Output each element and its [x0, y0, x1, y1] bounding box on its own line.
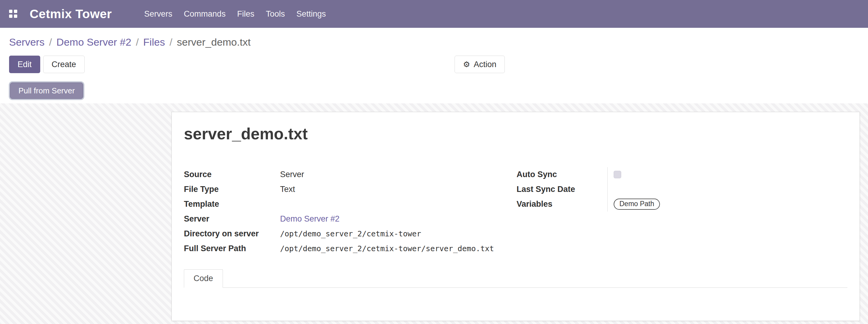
field-row-full-server-path: Full Server Path /opt/demo_server_2/cetm…: [184, 241, 517, 256]
field-value: /opt/demo_server_2/cetmix-tower: [280, 229, 517, 238]
breadcrumb-separator: /: [49, 36, 52, 48]
breadcrumb: Servers / Demo Server #2 / Files / serve…: [9, 36, 868, 48]
nav-item-tools[interactable]: Tools: [260, 0, 291, 28]
field-value: /opt/demo_server_2/cetmix-tower/server_d…: [280, 244, 517, 253]
field-row-last-sync-date: Last Sync Date: [517, 182, 847, 197]
top-navbar: Cetmix Tower Servers Commands Files Tool…: [0, 0, 868, 28]
breadcrumb-separator: /: [136, 36, 138, 48]
notebook-tabs: Code: [184, 269, 847, 288]
field-value: Demo Path: [607, 197, 847, 212]
pull-button-row: Pull from Server: [9, 82, 868, 100]
field-row-template: Template: [184, 197, 517, 212]
field-value: Demo Server #2: [280, 214, 517, 224]
field-row-auto-sync: Auto Sync: [517, 167, 847, 182]
field-row-server: Server Demo Server #2: [184, 212, 517, 226]
pull-from-server-button[interactable]: Pull from Server: [10, 83, 83, 99]
action-button-label: Action: [474, 60, 496, 69]
field-row-directory: Directory on server /opt/demo_server_2/c…: [184, 226, 517, 241]
brand-title: Cetmix Tower: [30, 7, 112, 21]
nav-item-commands[interactable]: Commands: [178, 0, 231, 28]
field-label: Full Server Path: [184, 244, 280, 253]
nav-item-files[interactable]: Files: [231, 0, 260, 28]
field-label: Template: [184, 199, 280, 209]
field-value: Text: [280, 185, 517, 194]
field-row-source: Source Server: [184, 167, 517, 182]
button-row: Edit Create: [9, 56, 868, 73]
navbar-menu: Servers Commands Files Tools Settings: [138, 0, 332, 28]
field-label: Variables: [517, 199, 607, 209]
breadcrumb-separator: /: [169, 36, 172, 48]
apps-icon-square: [9, 14, 12, 18]
field-value: Server: [280, 170, 517, 179]
field-label: Directory on server: [184, 229, 280, 238]
nav-item-settings[interactable]: Settings: [291, 0, 332, 28]
edit-button[interactable]: Edit: [9, 56, 40, 73]
apps-icon-square: [14, 14, 17, 18]
nav-item-servers[interactable]: Servers: [138, 0, 178, 28]
field-group-left: Source Server File Type Text Template Se…: [184, 167, 517, 256]
field-label: Server: [184, 214, 280, 224]
field-label: Last Sync Date: [517, 185, 607, 194]
apps-icon-square: [9, 10, 12, 13]
gear-icon: ⚙: [463, 60, 470, 68]
auto-sync-checkbox[interactable]: [614, 171, 621, 178]
tab-code[interactable]: Code: [184, 269, 223, 288]
breadcrumb-link-demo-server-2[interactable]: Demo Server #2: [57, 36, 131, 48]
breadcrumb-current: server_demo.txt: [177, 36, 251, 48]
field-row-file-type: File Type Text: [184, 182, 517, 197]
apps-menu-icon[interactable]: [9, 10, 18, 18]
field-label: File Type: [184, 185, 280, 194]
field-label: Source: [184, 170, 280, 179]
form-sheet: server_demo.txt Source Server File Type …: [172, 112, 860, 321]
field-group-right: Auto Sync Last Sync Date Variables Demo …: [517, 167, 847, 256]
control-panel: Servers / Demo Server #2 / Files / serve…: [0, 28, 868, 103]
variable-tag-demo-path[interactable]: Demo Path: [614, 199, 660, 210]
breadcrumb-link-files[interactable]: Files: [143, 36, 165, 48]
action-button[interactable]: ⚙ Action: [455, 56, 505, 73]
apps-icon-square: [14, 10, 17, 13]
create-button[interactable]: Create: [43, 56, 85, 73]
server-link[interactable]: Demo Server #2: [280, 214, 340, 223]
content-background: server_demo.txt Source Server File Type …: [0, 103, 868, 324]
breadcrumb-link-servers[interactable]: Servers: [9, 36, 44, 48]
page-title: server_demo.txt: [184, 125, 847, 143]
field-groups: Source Server File Type Text Template Se…: [184, 167, 847, 256]
field-row-variables: Variables Demo Path: [517, 197, 847, 212]
field-value: [607, 167, 847, 182]
field-value: [607, 182, 847, 197]
field-label: Auto Sync: [517, 170, 607, 179]
